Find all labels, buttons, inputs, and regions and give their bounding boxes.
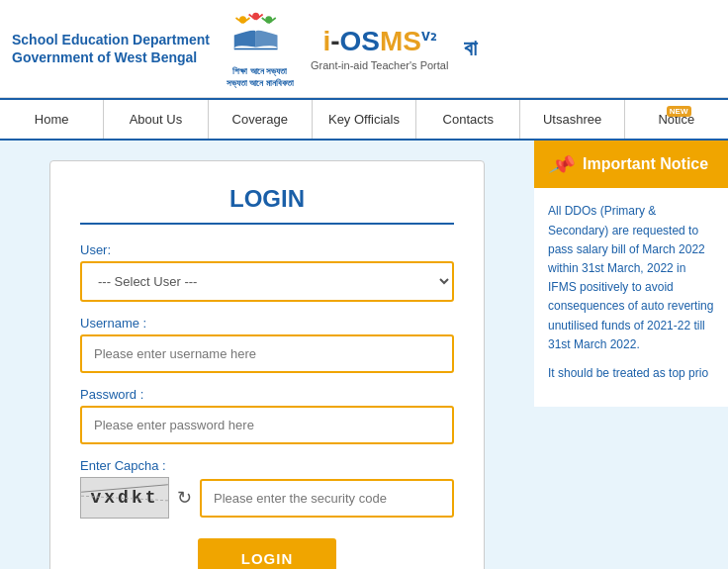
user-group: User: --- Select User ---	[80, 242, 454, 302]
captcha-input[interactable]	[200, 479, 454, 518]
notice-header: 📌 Important Notice	[534, 141, 728, 188]
captcha-image: vxdkt	[80, 477, 169, 519]
login-box: LOGIN User: --- Select User --- Username…	[49, 160, 485, 569]
notice-panel: 📌 Important Notice All DDOs (Primary & S…	[534, 141, 728, 569]
portal-title: i-OSMSv₂	[311, 26, 448, 57]
nav-key-officials[interactable]: Key Officials	[313, 100, 416, 139]
captcha-label: Enter Capcha :	[80, 458, 454, 473]
captcha-group: Enter Capcha : vxdkt ↻	[80, 458, 454, 519]
login-panel: LOGIN User: --- Select User --- Username…	[0, 141, 534, 569]
logo-area: শিক্ষা আনে সভ্যতা সভ্যতা আনে মানবিকতা	[226, 8, 295, 89]
password-input[interactable]	[80, 406, 454, 444]
login-button[interactable]: LOGIN	[198, 538, 336, 569]
notice-text-1: All DDOs (Primary & Secondary) are reque…	[548, 202, 714, 354]
portal-brand: i-OSMSv₂ Grant-in-aid Teacher's Portal	[311, 26, 448, 71]
site-header: School Education Department Government o…	[0, 0, 728, 98]
user-label: User:	[80, 242, 454, 257]
main-nav: Home About Us Coverage Key Officials Con…	[0, 98, 728, 141]
nav-about-us[interactable]: About Us	[104, 100, 208, 139]
username-label: Username :	[80, 316, 454, 331]
password-group: Password :	[80, 387, 454, 444]
logo-text: শিক্ষা আনে সভ্যতা সভ্যতা আনে মানবিকতা	[226, 66, 295, 89]
pin-icon: 📌	[547, 150, 577, 180]
portal-subtitle: Grant-in-aid Teacher's Portal	[311, 59, 448, 71]
user-select[interactable]: --- Select User ---	[80, 261, 454, 302]
login-title: LOGIN	[80, 185, 454, 225]
nav-utsashree[interactable]: Utsashree	[520, 100, 624, 139]
nav-contacts[interactable]: Contacts	[416, 100, 520, 139]
dept-name: School Education Department Government o…	[12, 31, 210, 66]
dept-info: School Education Department Government o…	[12, 31, 210, 66]
username-group: Username :	[80, 316, 454, 373]
notice-body: All DDOs (Primary & Secondary) are reque…	[534, 188, 728, 407]
language-label[interactable]: বা	[464, 36, 477, 61]
nav-home[interactable]: Home	[0, 100, 104, 139]
password-label: Password :	[80, 387, 454, 402]
notice-text-2: It should be treated as top prio	[548, 364, 714, 383]
captcha-row: vxdkt ↻	[80, 477, 454, 519]
username-input[interactable]	[80, 334, 454, 373]
new-badge: NEW	[667, 106, 691, 117]
refresh-icon[interactable]: ↻	[177, 487, 192, 509]
main-content: LOGIN User: --- Select User --- Username…	[0, 141, 728, 569]
logo-icon	[226, 8, 295, 62]
nav-coverage[interactable]: Coverage	[209, 100, 313, 139]
nav-notice[interactable]: NEW Notice	[625, 100, 728, 139]
